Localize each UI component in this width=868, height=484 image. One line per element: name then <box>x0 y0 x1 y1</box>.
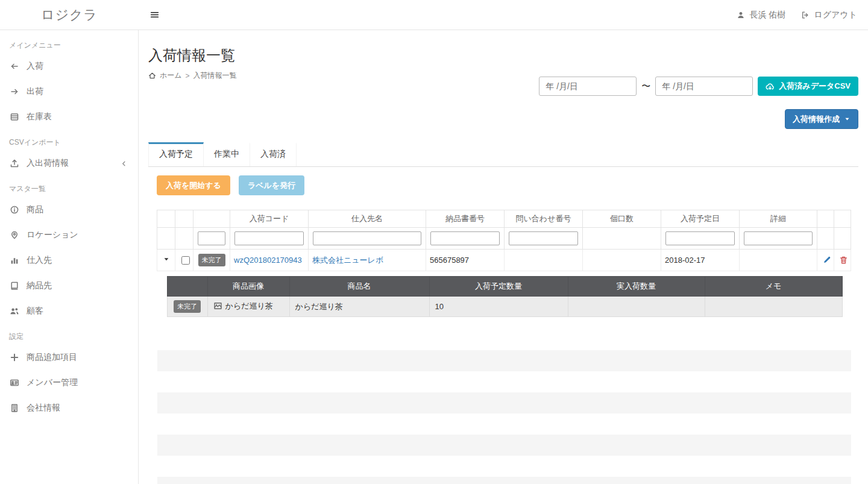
book-icon <box>9 281 19 291</box>
item-col-planned-qty: 入荷予定数量 <box>429 277 568 297</box>
receiving-table: 入荷コード 仕入先名 納品書番号 問い合わせ番号 個口数 入荷予定日 詳細 <box>157 210 851 484</box>
plus-icon <box>9 353 19 362</box>
top-bar-right: 長浜 佑樹 ログアウト <box>737 10 857 20</box>
inquiry-no-cell <box>505 250 583 271</box>
sidebar-item-label: 仕入先 <box>27 255 52 266</box>
date-from-input[interactable] <box>539 77 637 96</box>
sidebar-item-delivery-destinations[interactable]: 納品先 <box>0 273 138 298</box>
received-data-csv-button[interactable]: 入荷済みデータCSV <box>758 77 858 96</box>
items-table-header-row: 商品画像 商品名 入荷予定数量 実入荷数量 メモ <box>167 277 842 297</box>
status-badge: 未完了 <box>198 254 225 266</box>
user-menu[interactable]: 長浜 佑樹 <box>737 10 785 20</box>
tab-scheduled[interactable]: 入荷予定 <box>148 142 204 166</box>
sidebar-section-title-master-list: マスタ一覧 <box>0 176 138 197</box>
sidebar-item-locations[interactable]: ロケーション <box>0 222 138 248</box>
sidebar-section-title-settings: 設定 <box>0 324 138 345</box>
delete-row-button[interactable] <box>838 254 849 266</box>
date-range-row: 〜 入荷済みデータCSV <box>539 77 858 96</box>
breadcrumb: ホーム > 入荷情報一覧 <box>148 71 237 81</box>
id-card-icon <box>9 378 19 388</box>
sidebar: メインメニュー 入荷 出荷 在庫表 CSVインポート 入出荷情報 マスタ一覧 商… <box>0 30 139 484</box>
filter-code-input[interactable] <box>234 231 304 245</box>
expanded-items-row: 商品画像 商品名 入荷予定数量 実入荷数量 メモ <box>157 271 851 330</box>
filter-inquiry-input[interactable] <box>509 231 578 245</box>
sidebar-item-label: 顧客 <box>27 306 43 316</box>
tab-in-progress[interactable]: 作業中 <box>204 142 250 166</box>
hamburger-icon <box>149 10 160 20</box>
bar-chart-icon <box>9 256 19 265</box>
col-delete <box>834 210 851 228</box>
filter-scheduled-date-input[interactable] <box>665 231 735 245</box>
detail-cell <box>740 250 817 271</box>
filter-row <box>157 228 851 250</box>
user-icon <box>737 11 745 19</box>
sidebar-item-label: ロケーション <box>27 230 78 240</box>
hamburger-menu-button[interactable] <box>143 4 165 26</box>
page-title: 入荷情報一覧 <box>148 46 237 65</box>
cloud-download-icon <box>766 82 775 91</box>
edit-row-button[interactable] <box>821 254 832 266</box>
print-labels-button[interactable]: ラベルを発行 <box>239 175 304 195</box>
supplier-link[interactable]: 株式会社ニューレボ <box>312 256 383 265</box>
empty-row <box>157 456 851 477</box>
sidebar-item-product-extra-fields[interactable]: 商品追加項目 <box>0 345 138 370</box>
date-to-input[interactable] <box>655 77 753 96</box>
col-delivery-slip-no: 納品書番号 <box>426 210 505 228</box>
logout-label: ログアウト <box>814 10 857 20</box>
col-scheduled-date: 入荷予定日 <box>661 210 740 228</box>
broken-image-icon <box>213 301 222 310</box>
filter-status-input[interactable] <box>198 231 225 245</box>
tab-received[interactable]: 入荷済 <box>250 142 297 166</box>
info-circle-icon <box>9 205 19 215</box>
filter-detail-input[interactable] <box>744 231 813 245</box>
item-col-memo: メモ <box>705 277 842 297</box>
top-bar: ロジクラ 長浜 佑樹 ログアウト <box>0 0 868 30</box>
upload-icon <box>9 159 19 168</box>
memo-cell <box>705 297 842 317</box>
breadcrumb-separator: > <box>186 72 190 80</box>
sidebar-item-member-management[interactable]: メンバー管理 <box>0 370 138 395</box>
received-data-csv-label: 入荷済みデータCSV <box>779 81 851 92</box>
col-parcel-count: 個口数 <box>583 210 661 228</box>
actual-qty-cell <box>568 297 705 317</box>
page-head-left: 入荷情報一覧 ホーム > 入荷情報一覧 <box>148 41 237 81</box>
receiving-code-link[interactable]: wzQ201802170943 <box>234 256 302 265</box>
filter-supplier-input[interactable] <box>313 231 421 245</box>
item-col-status <box>167 277 207 297</box>
items-table: 商品画像 商品名 入荷予定数量 実入荷数量 メモ <box>167 276 843 317</box>
breadcrumb-current: 入荷情報一覧 <box>193 71 237 81</box>
item-col-name: 商品名 <box>289 277 429 297</box>
start-receiving-button[interactable]: 入荷を開始する <box>157 175 230 195</box>
sidebar-item-shipping[interactable]: 出荷 <box>0 79 138 104</box>
sidebar-item-receiving[interactable]: 入荷 <box>0 54 138 79</box>
sidebar-item-label: メンバー管理 <box>27 377 78 388</box>
expand-row-caret-icon[interactable] <box>163 256 170 263</box>
item-status-badge: 未完了 <box>174 300 201 313</box>
sidebar-item-suppliers[interactable]: 仕入先 <box>0 248 138 273</box>
pencil-icon <box>822 256 831 265</box>
sidebar-item-label: 入出荷情報 <box>27 158 69 169</box>
logout-button[interactable]: ログアウト <box>801 10 857 20</box>
receiving-row: 未完了 wzQ201802170943 株式会社ニューレボ 565675897 … <box>157 250 851 271</box>
tab-bar: 入荷予定 作業中 入荷済 <box>148 142 858 167</box>
sidebar-item-products[interactable]: 商品 <box>0 197 138 222</box>
filter-delivery-slip-input[interactable] <box>430 231 500 245</box>
brand-logo[interactable]: ロジクラ <box>0 0 139 30</box>
col-edit <box>817 210 834 228</box>
item-row: 未完了 からだ巡り茶 からだ巡り茶 <box>167 297 842 317</box>
sidebar-item-customers[interactable]: 顧客 <box>0 298 138 324</box>
date-range-separator: 〜 <box>641 81 650 92</box>
arrow-left-icon <box>9 61 19 71</box>
create-receiving-info-button[interactable]: 入荷情報作成 <box>785 109 858 129</box>
product-image-alt-text: からだ巡り茶 <box>225 301 273 312</box>
chevron-left-icon <box>119 160 129 168</box>
user-name: 長浜 佑樹 <box>749 10 785 20</box>
sidebar-item-inout-info[interactable]: 入出荷情報 <box>0 151 138 176</box>
empty-row <box>157 413 851 435</box>
breadcrumb-home-link[interactable]: ホーム <box>160 71 182 81</box>
delivery-slip-no-cell: 565675897 <box>426 250 505 271</box>
sidebar-item-company-info[interactable]: 会社情報 <box>0 395 138 421</box>
sidebar-item-stock-table[interactable]: 在庫表 <box>0 104 138 130</box>
empty-row <box>157 435 851 456</box>
row-checkbox[interactable] <box>181 256 190 265</box>
